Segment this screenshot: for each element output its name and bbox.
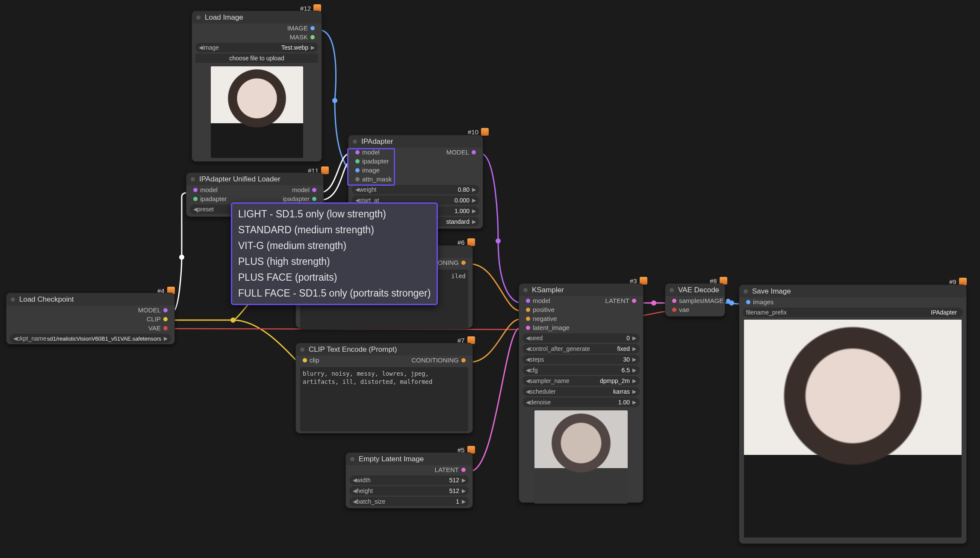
port-vae-in[interactable]: vae (679, 306, 689, 313)
upload-button[interactable]: choose file to upload (195, 53, 318, 63)
widget-weight[interactable]: ◀weight0.80▶ (352, 185, 479, 194)
widget-width[interactable]: ◀width512▶ (349, 475, 469, 485)
svg-point-0 (332, 98, 337, 103)
dropdown-option[interactable]: VIT-G (medium strength) (235, 238, 434, 254)
image-preview (211, 66, 303, 158)
node-title[interactable]: IPAdapter (348, 135, 483, 148)
widget-sampler-name[interactable]: ◀sampler_namedpmpp_2m▶ (522, 376, 640, 386)
node-title[interactable]: Empty Latent Image (346, 453, 472, 465)
svg-point-1 (179, 255, 184, 260)
triangle-left-icon: ◀ (193, 206, 197, 212)
port-image-out[interactable]: IMAGE (287, 24, 308, 32)
image-preview (534, 410, 628, 504)
widget-batch-size[interactable]: ◀batch_size1▶ (349, 497, 469, 506)
widget-cfg[interactable]: ◀cfg6.5▶ (522, 365, 640, 375)
port-model-in[interactable]: model (362, 148, 380, 156)
dropdown-option[interactable]: STANDARD (medium strength) (235, 222, 434, 238)
dropdown-option[interactable]: PLUS (high strength) (235, 254, 434, 270)
node-load-checkpoint[interactable]: Load Checkpoint MODEL CLIP VAE ◀ckpt_nam… (6, 293, 175, 344)
widget-ckpt-name[interactable]: ◀ckpt_namesd1/realisticVisionV60B1_v51VA… (10, 334, 171, 343)
port-conditioning-out[interactable]: CONDITIONING (411, 356, 459, 364)
port-model-out[interactable]: MODEL (446, 148, 469, 156)
port-images-in[interactable]: images (753, 298, 773, 306)
widget-control-after-generate[interactable]: ◀control_after_generatefixed▶ (522, 344, 640, 353)
svg-point-2 (496, 238, 501, 243)
dropdown-option[interactable]: PLUS FACE (portraits) (235, 270, 434, 285)
dropdown-option[interactable]: LIGHT - SD1.5 only (low strength) (235, 206, 434, 222)
node-title[interactable]: KSampler (519, 284, 643, 296)
preset-dropdown[interactable]: LIGHT - SD1.5 only (low strength) STANDA… (231, 202, 438, 305)
node-title[interactable]: Save Image (739, 285, 966, 297)
widget-filename-prefix[interactable]: filename_prefixIPAdapter (743, 308, 963, 317)
prompt-text[interactable]: blurry, noisy, messy, lowres, jpeg, arti… (300, 367, 468, 431)
fox-icon (321, 166, 329, 174)
node-title[interactable]: IPAdapter Unified Loader (186, 173, 323, 185)
node-empty-latent-image[interactable]: Empty Latent Image LATENT ◀width512▶ ◀he… (345, 452, 473, 508)
triangle-right-icon: ▶ (311, 45, 315, 50)
port-image-in[interactable]: image (362, 166, 380, 174)
port-model-out[interactable]: MODEL (138, 306, 161, 314)
port-latent-out[interactable]: LATENT (605, 297, 629, 304)
port-ipadapter-out[interactable]: ipadapter (283, 195, 310, 202)
node-clip-text-encode-negative[interactable]: CLIP Text Encode (Prompt) clip CONDITION… (295, 343, 473, 433)
widget-height[interactable]: ◀height512▶ (349, 486, 469, 496)
node-title[interactable]: Load Image (192, 11, 322, 24)
node-title[interactable]: Load Checkpoint (6, 293, 174, 306)
port-image-out[interactable]: IMAGE (703, 297, 723, 304)
node-save-image[interactable]: Save Image images filename_prefixIPAdapt… (739, 285, 967, 544)
dropdown-option[interactable]: FULL FACE - SD1.5 only (portraits strong… (235, 285, 434, 301)
node-title[interactable]: VAE Decode (665, 284, 725, 296)
node-vae-decode[interactable]: VAE Decode samples IMAGE vae (665, 283, 725, 317)
port-model-out[interactable]: model (292, 186, 310, 193)
image-output (744, 320, 962, 537)
port-clip-out[interactable]: CLIP (147, 315, 161, 323)
widget-scheduler[interactable]: ◀schedulerkarras▶ (522, 387, 640, 396)
port-mask-out[interactable]: MASK (289, 33, 308, 41)
widget-image-combo[interactable]: ◀imageTest.webp▶ (195, 43, 318, 52)
node-title[interactable]: CLIP Text Encode (Prompt) (296, 343, 472, 356)
node-ksampler[interactable]: KSampler model LATENT positive negative … (519, 283, 643, 503)
node-load-image[interactable]: Load Image IMAGE MASK ◀imageTest.webp▶ c… (192, 11, 322, 162)
port-positive-in[interactable]: positive (533, 306, 555, 313)
port-ipadapter-in[interactable]: ipadapter (362, 157, 389, 165)
triangle-left-icon: ◀ (199, 45, 203, 50)
port-model-in[interactable]: model (533, 297, 550, 304)
port-vae-out[interactable]: VAE (148, 324, 161, 332)
port-latent-in[interactable]: latent_image (533, 324, 570, 331)
svg-point-3 (230, 318, 236, 323)
port-ipadapter-in[interactable]: ipadapter (200, 195, 227, 202)
widget-steps[interactable]: ◀steps30▶ (522, 355, 640, 364)
port-latent-out[interactable]: LATENT (435, 466, 459, 473)
port-samples-in[interactable]: samples (679, 297, 703, 304)
widget-seed[interactable]: ◀seed0▶ (522, 333, 640, 343)
port-negative-in[interactable]: negative (533, 315, 557, 322)
port-model-in[interactable]: model (200, 186, 218, 193)
fox-icon (481, 128, 489, 136)
widget-denoise[interactable]: ◀denoise1.00▶ (522, 398, 640, 407)
svg-point-4 (651, 300, 656, 306)
port-attn-mask-in[interactable]: attn_mask (362, 175, 392, 183)
port-clip-in[interactable]: clip (310, 356, 319, 364)
